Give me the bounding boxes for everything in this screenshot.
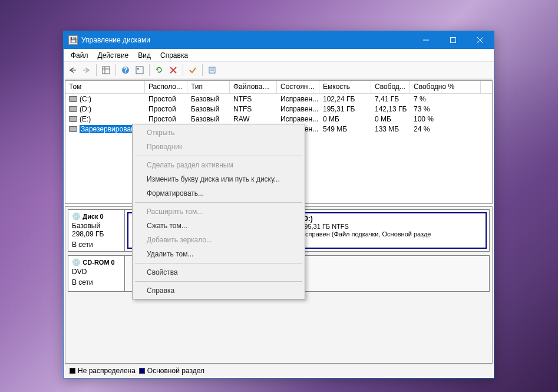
cell: Исправен... (277, 105, 319, 113)
legend-unallocated: Не распределена (70, 367, 136, 375)
ctx-explorer[interactable]: Проводник (134, 140, 303, 154)
cell: 549 МБ (319, 125, 371, 133)
svg-rect-15 (209, 67, 215, 73)
ctx-format[interactable]: Форматировать... (134, 186, 303, 200)
cell: Простой (145, 105, 187, 113)
cell: (C:) (65, 95, 145, 103)
cell: Простой (145, 115, 187, 123)
menubar: Файл Действие Вид Справка (64, 49, 494, 62)
cell: 133 МБ (371, 125, 410, 133)
svg-rect-1 (451, 38, 456, 43)
svg-text:?: ? (123, 66, 127, 74)
volume-row[interactable]: (C:)ПростойБазовыйNTFSИсправен...102,24 … (65, 94, 492, 104)
cell: 24 % (410, 125, 481, 133)
forward-icon[interactable] (80, 64, 93, 77)
ctx-letter[interactable]: Изменить букву диска или путь к диску... (134, 172, 303, 186)
delete-icon[interactable] (167, 64, 180, 77)
settings-icon[interactable] (133, 64, 146, 77)
svg-rect-12 (137, 68, 139, 70)
column-header[interactable]: Том (65, 81, 145, 93)
svg-rect-11 (136, 67, 143, 74)
volume-row[interactable]: (E:)ПростойБазовыйRAWИсправен...0 МБ0 МБ… (65, 114, 492, 124)
cell: (D:) (65, 105, 145, 113)
cell: 0 МБ (371, 115, 410, 123)
column-header[interactable]: Тип (187, 81, 230, 93)
cell: NTFS (230, 105, 277, 113)
ctx-delete[interactable]: Удалить том... (134, 247, 303, 261)
drive-icon (69, 126, 77, 132)
ctx-open[interactable]: Открыть (134, 126, 303, 140)
maximize-button[interactable] (440, 31, 467, 49)
context-menu: Открыть Проводник Сделать раздел активны… (132, 124, 305, 299)
drive-icon (69, 116, 77, 122)
window-title: Управление дисками (81, 36, 412, 44)
cell: (E:) (65, 115, 145, 123)
cell: Базовый (187, 105, 230, 113)
ctx-props[interactable]: Свойства (134, 265, 303, 279)
legend: Не распределена Основной раздел (65, 364, 493, 377)
back-icon[interactable] (66, 64, 79, 77)
cell: 100 % (410, 115, 481, 123)
column-header[interactable]: Располо... (145, 81, 187, 93)
close-button[interactable] (467, 31, 494, 49)
cell: 7,41 ГБ (371, 95, 410, 103)
legend-primary: Основной раздел (139, 367, 204, 375)
cell: 102,24 ГБ (319, 95, 371, 103)
minimize-button[interactable] (412, 31, 440, 49)
help-icon[interactable]: ? (119, 64, 132, 77)
cell: Базовый (187, 95, 230, 103)
svg-rect-6 (103, 67, 110, 74)
disk-label: 💿 CD-ROM 0DVDВ сети (68, 256, 125, 291)
cell: 7 % (410, 95, 481, 103)
check-icon[interactable] (186, 64, 199, 77)
cell: 142,13 ГБ (371, 105, 410, 113)
cell: Базовый (187, 115, 230, 123)
drive-icon (69, 106, 77, 112)
disk-label: 💿 Диск 0Базовый298,09 ГБВ сети (68, 210, 125, 251)
cell: Исправен... (277, 115, 319, 123)
volume-row[interactable]: (D:)ПростойБазовыйNTFSИсправен...195,31 … (65, 104, 492, 114)
column-header[interactable]: Свобод... (371, 81, 410, 93)
column-header[interactable]: Емкость (319, 81, 371, 93)
cell: 73 % (410, 105, 481, 113)
table-icon[interactable] (100, 64, 113, 77)
properties-icon[interactable] (206, 64, 219, 77)
drive-icon (69, 96, 77, 102)
ctx-mirror[interactable]: Добавить зеркало... (134, 233, 303, 247)
titlebar[interactable]: 💾 Управление дисками (64, 31, 494, 49)
ctx-active[interactable]: Сделать раздел активным (134, 158, 303, 172)
partition[interactable]: (D:)195,31 ГБ NTFSИсправен (Файл подкачк… (296, 212, 487, 249)
column-header[interactable]: Состояние (277, 81, 319, 93)
cell: 0 МБ (319, 115, 371, 123)
column-header[interactable]: Файловая с... (230, 81, 277, 93)
menu-file[interactable]: Файл (66, 50, 93, 61)
refresh-icon[interactable] (153, 64, 166, 77)
menu-view[interactable]: Вид (133, 50, 156, 61)
cell: Исправен... (277, 95, 319, 103)
cell: Простой (145, 95, 187, 103)
ctx-shrink[interactable]: Сжать том... (134, 219, 303, 233)
cell: RAW (230, 115, 277, 123)
cell: NTFS (230, 95, 277, 103)
toolbar: ? (64, 62, 494, 78)
ctx-help[interactable]: Справка (134, 284, 303, 298)
menu-action[interactable]: Действие (93, 50, 134, 61)
menu-help[interactable]: Справка (156, 50, 193, 61)
column-header[interactable]: Свободно % (410, 81, 481, 93)
app-icon: 💾 (68, 35, 78, 45)
ctx-extend[interactable]: Расширить том... (134, 205, 303, 219)
cell: 195,31 ГБ (319, 105, 371, 113)
